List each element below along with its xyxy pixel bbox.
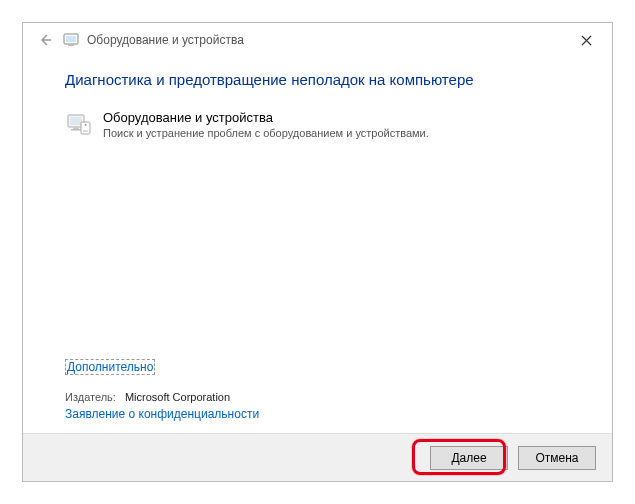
page-heading: Диагностика и предотвращение неполадок н… — [65, 71, 570, 88]
svg-rect-6 — [73, 127, 79, 129]
item-text: Оборудование и устройства Поиск и устран… — [103, 110, 429, 139]
publisher-value: Microsoft Corporation — [125, 391, 230, 403]
privacy-statement-link[interactable]: Заявление о конфиденциальности — [65, 407, 259, 421]
advanced-link[interactable]: Дополнительно — [65, 359, 155, 375]
item-title: Оборудование и устройства — [103, 110, 429, 125]
cancel-button[interactable]: Отмена — [518, 446, 596, 470]
lower-info: Дополнительно Издатель: Microsoft Corpor… — [65, 359, 259, 421]
title-left: Оборудование и устройства — [23, 30, 244, 50]
troubleshooter-window: Оборудование и устройства Диагностика и … — [22, 22, 613, 482]
troubleshooter-item: Оборудование и устройства Поиск и устран… — [65, 110, 570, 139]
footer: Далее Отмена — [23, 433, 612, 481]
privacy-link-row: Заявление о конфиденциальности — [65, 407, 259, 421]
svg-point-9 — [85, 124, 87, 126]
window-title: Оборудование и устройства — [87, 33, 244, 47]
hardware-icon — [65, 110, 93, 138]
publisher-label: Издатель: — [65, 391, 116, 403]
svg-rect-7 — [71, 129, 81, 131]
titlebar: Оборудование и устройства — [23, 23, 612, 57]
troubleshooter-icon — [63, 32, 79, 48]
svg-rect-3 — [68, 44, 74, 46]
svg-rect-5 — [70, 117, 82, 125]
svg-rect-2 — [66, 36, 76, 42]
item-description: Поиск и устранение проблем с оборудовани… — [103, 127, 429, 139]
svg-rect-8 — [81, 122, 90, 134]
close-button[interactable] — [564, 25, 608, 55]
content-area: Диагностика и предотвращение неполадок н… — [23, 57, 612, 433]
close-icon — [581, 35, 592, 46]
publisher-row: Издатель: Microsoft Corporation — [65, 391, 259, 403]
svg-rect-10 — [83, 130, 88, 132]
next-button[interactable]: Далее — [430, 446, 508, 470]
back-arrow-icon[interactable] — [35, 30, 55, 50]
